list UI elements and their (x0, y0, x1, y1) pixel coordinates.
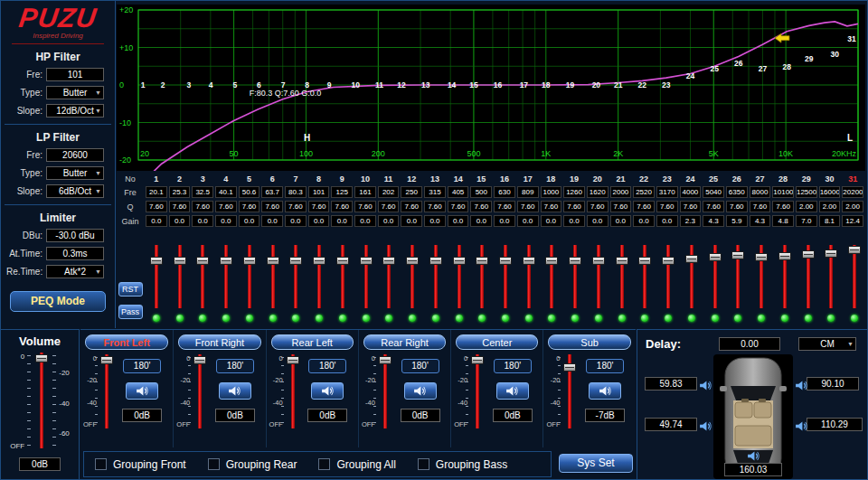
eq-fre-cell-12[interactable]: 250 (401, 186, 422, 198)
slider-handle[interactable] (569, 257, 581, 265)
eq-gain-cell-2[interactable]: 0.0 (169, 215, 191, 227)
slider-handle[interactable] (360, 257, 373, 265)
eq-q-cell-28[interactable]: 7.60 (772, 201, 794, 212)
eq-gain-cell-22[interactable]: 0.0 (633, 215, 655, 227)
eq-band-point-30[interactable]: 30 (831, 50, 840, 59)
slider-handle[interactable] (243, 257, 256, 265)
lp-fre-field[interactable]: 20600 (46, 148, 104, 162)
eq-band-slider-26[interactable] (731, 245, 745, 308)
lp-type-select[interactable]: Butter▼ (46, 166, 104, 180)
eq-gain-cell-16[interactable]: 0.0 (494, 215, 515, 227)
eq-band-point-14[interactable]: 14 (448, 80, 457, 89)
eq-gain-cell-31[interactable]: 12.4 (842, 215, 863, 227)
eq-q-cell-3[interactable]: 7.60 (192, 201, 213, 212)
eq-fre-cell-14[interactable]: 405 (448, 186, 469, 198)
slider-handle[interactable] (193, 356, 206, 364)
eq-fre-cell-9[interactable]: 125 (331, 186, 353, 198)
eq-band-slider-28[interactable] (778, 245, 792, 308)
slider-handle[interactable] (150, 257, 163, 265)
speaker-mute-button-front-right[interactable] (219, 382, 251, 400)
eq-q-cell-10[interactable]: 7.60 (354, 201, 376, 212)
eq-fre-cell-22[interactable]: 2520 (633, 186, 655, 198)
eq-band-slider-30[interactable] (824, 245, 838, 308)
eq-q-cell-24[interactable]: 7.60 (680, 201, 702, 212)
eq-band-point-31[interactable]: 31 (847, 34, 856, 43)
phase-180-button-sub[interactable]: 180' (586, 359, 624, 373)
delay-front-right-field[interactable]: 90.10 (807, 377, 859, 391)
eq-fre-cell-15[interactable]: 500 (470, 186, 492, 198)
eq-q-cell-22[interactable]: 7.60 (633, 201, 655, 212)
eq-q-cell-8[interactable]: 7.60 (308, 201, 330, 212)
master-volume-slider[interactable] (33, 353, 50, 448)
slider-handle[interactable] (287, 356, 299, 364)
slider-handle[interactable] (476, 257, 488, 265)
eq-gain-cell-21[interactable]: 0.0 (610, 215, 632, 227)
delay-sub-field[interactable]: 160.03 (724, 463, 782, 476)
eq-q-cell-23[interactable]: 7.60 (656, 201, 678, 212)
eq-band-slider-12[interactable] (405, 245, 420, 308)
eq-fre-cell-19[interactable]: 1260 (563, 186, 585, 198)
eq-q-cell-12[interactable]: 7.60 (401, 201, 422, 212)
eq-fre-cell-16[interactable]: 630 (494, 186, 515, 198)
slider-handle[interactable] (638, 257, 651, 265)
eq-gain-cell-5[interactable]: 0.0 (239, 215, 260, 227)
speaker-mute-button-center[interactable] (496, 382, 529, 400)
delay-front-left-field[interactable]: 59.83 (645, 377, 697, 391)
delay-unit-select[interactable]: CM▼ (798, 337, 856, 351)
eq-band-point-26[interactable]: 26 (734, 59, 743, 68)
eq-fre-cell-3[interactable]: 32.5 (192, 186, 213, 198)
slider-handle[interactable] (709, 253, 722, 261)
eq-q-cell-29[interactable]: 2.00 (796, 201, 817, 212)
slider-handle[interactable] (379, 356, 392, 364)
speaker-mute-button-rear-right[interactable] (404, 382, 437, 400)
eq-gain-cell-18[interactable]: 0.0 (541, 215, 562, 227)
eq-gain-cell-7[interactable]: 0.0 (285, 215, 307, 227)
eq-band-point-10[interactable]: 10 (352, 80, 361, 89)
slider-handle[interactable] (848, 246, 861, 254)
channel-level-slider-front-left[interactable] (99, 354, 114, 428)
eq-band-point-23[interactable]: 23 (662, 80, 671, 89)
slider-handle[interactable] (313, 257, 326, 265)
eq-band-slider-22[interactable] (637, 245, 652, 308)
eq-band-point-20[interactable]: 20 (592, 80, 601, 89)
channel-tab-rear-left[interactable]: Rear Left (271, 334, 354, 350)
eq-q-cell-30[interactable]: 2.00 (819, 201, 841, 212)
speaker-mute-button-rear-left[interactable] (311, 382, 344, 400)
eq-band-slider-5[interactable] (242, 245, 257, 308)
slider-handle[interactable] (267, 257, 279, 265)
eq-band-point-18[interactable]: 18 (542, 80, 551, 89)
eq-fre-cell-20[interactable]: 1620 (587, 186, 609, 198)
eq-gain-cell-8[interactable]: 0.0 (308, 215, 330, 227)
slider-handle[interactable] (174, 257, 186, 265)
eq-band-point-19[interactable]: 19 (566, 80, 575, 89)
eq-fre-cell-30[interactable]: 16000 (819, 186, 841, 198)
eq-gain-cell-27[interactable]: 4.3 (750, 215, 771, 227)
eq-gain-cell-23[interactable]: 0.0 (656, 215, 678, 227)
eq-gain-cell-6[interactable]: 0.0 (261, 215, 283, 227)
grouping-all-checkbox[interactable] (318, 458, 330, 470)
eq-band-point-28[interactable]: 28 (783, 62, 792, 71)
sys-set-button[interactable]: Sys Set (559, 454, 633, 473)
eq-fre-cell-10[interactable]: 161 (354, 186, 376, 198)
eq-fre-cell-8[interactable]: 101 (308, 186, 330, 198)
slider-handle[interactable] (100, 356, 113, 364)
eq-band-slider-29[interactable] (801, 245, 816, 308)
lp-filter-handle[interactable]: L (847, 133, 853, 143)
channel-level-slider-front-right[interactable] (193, 354, 207, 428)
eq-gain-cell-19[interactable]: 0.0 (563, 215, 585, 227)
eq-band-slider-25[interactable] (708, 245, 722, 308)
eq-band-slider-17[interactable] (522, 245, 536, 308)
slider-handle[interactable] (616, 257, 628, 265)
eq-band-point-3[interactable]: 3 (187, 80, 192, 89)
eq-band-point-15[interactable]: 15 (469, 80, 478, 89)
lp-slope-select[interactable]: 6dB/Oct▼ (46, 184, 104, 198)
eq-q-cell-9[interactable]: 7.60 (331, 201, 353, 212)
eq-q-cell-13[interactable]: 7.60 (424, 201, 446, 212)
slider-handle[interactable] (825, 249, 837, 258)
eq-band-slider-7[interactable] (288, 245, 303, 308)
channel-level-slider-center[interactable] (470, 354, 485, 428)
eq-q-cell-5[interactable]: 7.60 (239, 201, 260, 212)
eq-q-cell-19[interactable]: 7.60 (563, 201, 585, 212)
slider-handle[interactable] (220, 257, 232, 265)
grouping-bass-checkbox[interactable] (418, 458, 429, 470)
